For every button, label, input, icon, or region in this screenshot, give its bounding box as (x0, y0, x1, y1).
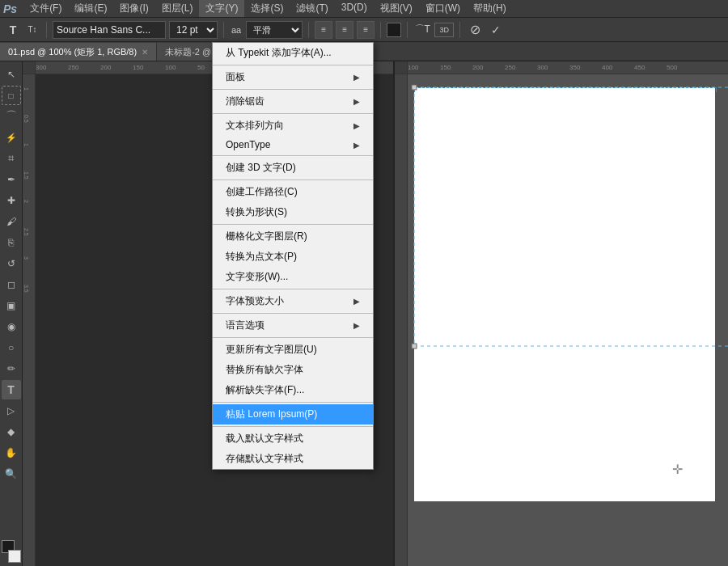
tool-dodge[interactable]: ○ (2, 338, 21, 357)
left-toolbox: ↖ □ ⌒ ⚡ ⌗ ✒ ✚ 🖌 ⎘ ↺ ◻ ▣ ◉ ○ ✏ T ▷ ◆ ✋ 🔍 (0, 61, 23, 566)
toolbar-sep-6 (459, 22, 460, 38)
tool-shape[interactable]: ◆ (2, 422, 21, 441)
menu-item-text-direction-arrow: ▶ (353, 121, 360, 130)
menu-sep-1 (213, 65, 373, 65)
menu-view[interactable]: 视图(V) (374, 0, 419, 17)
menu-item-text-direction-label: 文本排列方向 (226, 119, 284, 133)
menu-item-font-preview[interactable]: 字体预览大小 ▶ (213, 291, 373, 311)
fg-bg-colors[interactable] (2, 540, 21, 563)
toolbar-sep-5 (407, 22, 408, 38)
menu-file[interactable]: 文件(F) (23, 0, 68, 17)
menu-item-typekit[interactable]: 从 Typekit 添加字体(A)... (213, 43, 373, 63)
menu-layer[interactable]: 图层(L) (155, 0, 200, 17)
tool-brush[interactable]: 🖌 (2, 212, 21, 231)
tool-stamp[interactable]: ⎘ (2, 233, 21, 252)
bg-color[interactable] (8, 550, 21, 563)
confirm-button[interactable]: ✓ (487, 21, 505, 39)
menu-item-create-workpath[interactable]: 创建工作路径(C) (213, 182, 373, 202)
align-left-button[interactable]: ≡ (315, 21, 332, 39)
menu-edit[interactable]: 编辑(E) (68, 0, 113, 17)
tool-history-brush[interactable]: ↺ (2, 254, 21, 273)
tool-zoom[interactable]: 🔍 (2, 464, 21, 484)
tool-lasso[interactable]: ⌒ (2, 107, 21, 126)
menu-window[interactable]: 窗口(W) (419, 0, 467, 17)
tool-pen[interactable]: ✏ (2, 359, 21, 378)
3d-text-icon[interactable]: 3D (434, 23, 454, 37)
menu-item-opentype[interactable]: OpenType ▶ (213, 136, 373, 154)
text-color-swatch[interactable] (387, 23, 401, 37)
ruler-h-tick-300: 300 (36, 64, 46, 71)
menu-item-language-arrow: ▶ (353, 321, 360, 330)
menu-item-resolve-missing[interactable]: 解析缺失字体(F)... (213, 380, 373, 400)
canvas-gray-right: ✛ (408, 74, 728, 566)
ruler-h-right-tick-200: 200 (472, 64, 483, 71)
menu-item-convert-shape[interactable]: 转换为形状(S) (213, 202, 373, 222)
tool-gradient[interactable]: ▣ (2, 296, 21, 315)
tool-blur[interactable]: ◉ (2, 317, 21, 336)
text-orientation-icon[interactable]: T↕ (24, 22, 40, 38)
menu-item-language[interactable]: 语言选项 ▶ (213, 315, 373, 336)
tool-crop[interactable]: ⌗ (2, 149, 21, 168)
tool-rect-select[interactable]: □ (2, 86, 21, 105)
menu-item-update-layers[interactable]: 更新所有文字图层(U) (213, 340, 373, 360)
menu-item-panel-arrow: ▶ (353, 73, 360, 82)
menu-3d[interactable]: 3D(D) (335, 0, 374, 17)
menu-item-convert-point[interactable]: 转换为点文本(P) (213, 247, 373, 267)
menu-select[interactable]: 选择(S) (244, 0, 290, 17)
tab-spacer (322, 60, 728, 61)
menu-item-load-style[interactable]: 载入默认文字样式 (213, 429, 373, 449)
tool-move[interactable]: ↖ (2, 65, 21, 84)
menu-help[interactable]: 帮助(H) (467, 0, 513, 17)
ruler-v-tick-4: 1.5 (23, 171, 29, 180)
ruler-corner-left (23, 61, 36, 74)
ruler-v-tick-7: 3 (23, 256, 29, 260)
ruler-h-tick-250: 250 (68, 64, 78, 71)
text-tool-icon[interactable]: T (5, 22, 21, 38)
tool-quick-select[interactable]: ⚡ (2, 128, 21, 147)
ruler-h-tick-50: 50 (197, 64, 205, 71)
ruler-v-tick-5: 2 (23, 200, 29, 203)
tab-01psd[interactable]: 01.psd @ 100% (矩形 1, RGB/8) ✕ (0, 43, 157, 61)
align-right-button[interactable]: ≡ (357, 21, 375, 39)
cancel-button[interactable]: ⊘ (466, 21, 484, 39)
move-cursor: ✛ (672, 462, 683, 477)
ruler-v-tick-8: 3.5 (23, 285, 29, 293)
menu-item-warp-text[interactable]: 文字变形(W)... (213, 267, 373, 287)
ruler-v-right (395, 74, 408, 566)
canvas-white: ✛ (414, 87, 715, 501)
menu-item-rasterize[interactable]: 栅格化文字图层(R) (213, 226, 373, 247)
menu-item-antialias[interactable]: 消除锯齿 ▶ (213, 91, 373, 112)
toolbar-row: T T↕ 12 pt 14 pt 18 pt 24 pt aa 平滑 无 锐利 … (0, 18, 728, 42)
menu-sep-6 (213, 224, 373, 225)
menu-item-panel[interactable]: 面板 ▶ (213, 67, 373, 87)
menu-item-text-direction[interactable]: 文本排列方向 ▶ (213, 116, 373, 136)
tab-01psd-close[interactable]: ✕ (142, 48, 148, 57)
align-center-button[interactable]: ≡ (336, 21, 353, 39)
menu-item-font-preview-arrow: ▶ (353, 297, 360, 306)
menu-sep-9 (213, 337, 373, 338)
font-name-input[interactable] (53, 21, 166, 39)
tool-path-select[interactable]: ▷ (2, 401, 21, 420)
toolbar-sep-2 (223, 22, 224, 38)
tool-text[interactable]: T (2, 380, 21, 399)
font-size-dropdown[interactable]: 12 pt 14 pt 18 pt 24 pt (169, 21, 218, 39)
ruler-h-right-tick-150: 150 (440, 64, 451, 71)
tab-01psd-label: 01.psd @ 100% (矩形 1, RGB/8) (8, 46, 137, 58)
smooth-dropdown[interactable]: 平滑 无 锐利 犀利 浑厚 (246, 21, 303, 39)
menu-image[interactable]: 图像(I) (113, 0, 154, 17)
tool-hand[interactable]: ✋ (2, 443, 21, 463)
tool-eyedropper[interactable]: ✒ (2, 170, 21, 189)
menu-filter[interactable]: 滤镜(T) (290, 0, 334, 17)
warp-text-button[interactable]: ⌒T (413, 21, 431, 39)
ruler-h-right-tick-350: 350 (569, 64, 580, 71)
menu-text[interactable]: 文字(Y) (199, 0, 244, 17)
menu-item-create-3d[interactable]: 创建 3D 文字(D) (213, 158, 373, 178)
tool-heal[interactable]: ✚ (2, 191, 21, 210)
menu-sep-5 (213, 180, 373, 180)
ruler-v-left: 1 0.5 1 1.5 2 2.5 3 3.5 (23, 74, 36, 566)
menu-item-paste-lorem[interactable]: 粘贴 Lorem Ipsum(P) (213, 404, 373, 424)
menu-item-save-style[interactable]: 存储默认文字样式 (213, 449, 373, 469)
menu-item-replace-missing[interactable]: 替换所有缺欠字体 (213, 360, 373, 380)
tool-eraser[interactable]: ◻ (2, 275, 21, 294)
menu-item-opentype-arrow: ▶ (353, 141, 360, 150)
